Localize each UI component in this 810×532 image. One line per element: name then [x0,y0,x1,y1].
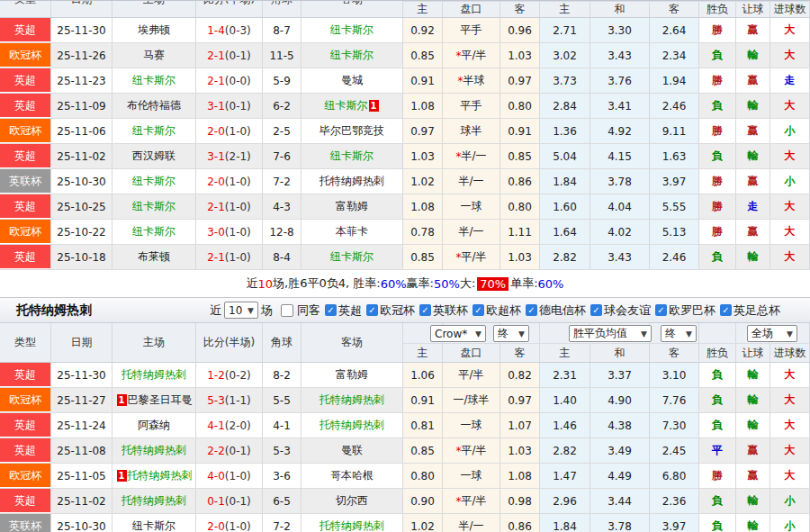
table-row: 英超25-11-23纽卡斯尔2-1(0-0)5-9曼城0.91*半球0.973.… [0,68,810,94]
corners: 11-5 [263,43,302,68]
asia-handicap: 一/球半 [443,388,500,412]
home-team[interactable]: 纽卡斯尔 [112,169,196,194]
away-team[interactable]: 毕尔巴鄂竞技 [302,119,403,143]
home-team[interactable]: 1托特纳姆热刺 [112,464,196,488]
match-date: 25-11-27 [51,388,112,412]
league-checkbox[interactable]: ✓ [419,304,431,316]
result: 勝 [699,169,736,194]
handicap-result: 贏 [736,169,770,194]
league-checkbox[interactable]: ✓ [472,304,484,316]
odds-select-row: Crow*▼终▼胜平负均值▼终▼全场▼ [403,324,810,343]
euro-draw-odds: 3.78 [590,169,650,194]
home-team[interactable]: 布莱顿 [112,245,196,269]
odds-provider-select[interactable]: Crow*▼ [430,325,486,342]
corners: 8-2 [263,363,302,387]
away-team[interactable]: 切尔西 [302,489,403,513]
score: 2-0(1-0) [196,119,263,143]
home-team[interactable]: 纽卡斯尔 [112,119,196,143]
home-team[interactable]: 布伦特福德 [112,94,196,118]
away-team[interactable]: 托特纳姆热刺 [302,413,403,437]
chevron-down-icon: ▼ [248,306,254,315]
match-date: 25-11-06 [51,119,112,143]
goals-result: 小 [770,119,810,143]
goals-result: 大 [770,245,810,269]
home-team[interactable]: 西汉姆联 [112,144,196,168]
euro-average-select[interactable]: 胜平负均值▼ [569,325,652,342]
same-away-checkbox[interactable] [281,304,293,317]
away-team[interactable]: 纽卡斯尔1 [302,94,403,118]
away-team[interactable]: 哥本哈根 [302,464,403,488]
match-date: 25-10-30 [51,169,112,194]
league-checkbox[interactable]: ✓ [526,304,537,316]
home-team[interactable]: 纽卡斯尔 [112,220,196,244]
column-header: 角球 [263,1,302,17]
team-name: 毕尔巴鄂竞技 [320,123,384,139]
league-checkbox[interactable]: ✓ [590,304,602,316]
euro-away-odds: 7.76 [650,388,699,412]
match-date: 25-11-05 [51,464,112,488]
home-team[interactable]: 1巴黎圣日耳曼 [112,388,196,412]
home-team[interactable]: 纽卡斯尔 [112,194,196,219]
asia-handicap: 平/半 [443,363,500,387]
league-checkbox[interactable]: ✓ [720,304,732,316]
league-checkbox[interactable]: ✓ [366,304,378,316]
scope-select[interactable]: 全场▼ [747,325,797,342]
goals-result: 大 [770,464,810,488]
asia-stage-select[interactable]: 终▼ [493,325,529,342]
home-team[interactable]: 马赛 [112,43,196,68]
away-team[interactable]: 富勒姆 [302,363,403,387]
handicap-result: 贏 [736,119,770,143]
table-row: 英超25-11-02西汉姆联3-1(2-1)7-6纽卡斯尔1.03*半/一0.8… [0,144,810,169]
asia-handicap: *半/一 [443,144,500,168]
team-name: 曼联 [341,443,363,458]
away-team[interactable]: 本菲卡 [302,220,403,244]
corners: 8-7 [263,18,302,42]
column-header: 客 [500,344,540,362]
euro-home-odds: 2.82 [540,438,590,463]
handicap-result: 輸 [736,413,770,437]
euro-draw-odds: 4.15 [590,144,650,168]
home-team[interactable]: 托特纳姆热刺 [112,363,196,387]
table1-header: 类型日期主场比分(半场)角球客场主盘口客主和客胜负让球进球数 [0,1,810,18]
home-team[interactable]: 托特纳姆热刺 [112,489,196,513]
score: 2-1(0-0) [196,68,263,93]
home-team[interactable]: 托特纳姆热刺 [112,438,196,463]
asia-away-odds: 1.03 [500,43,540,68]
away-team[interactable]: 纽卡斯尔 [302,144,403,168]
home-team[interactable]: 纽卡斯尔 [112,514,196,532]
summary-text: 50% [434,277,460,291]
league-checkbox[interactable]: ✓ [655,304,667,316]
team-name: 纽卡斯尔 [330,249,374,265]
asia-away-odds: 1.03 [500,438,540,463]
away-team[interactable]: 纽卡斯尔 [302,18,403,42]
away-team[interactable]: 托特纳姆热刺 [302,514,403,532]
handicap-result: 贏 [736,18,770,42]
team-name: 托特纳姆热刺 [320,518,384,532]
match-date: 25-11-24 [51,413,112,437]
league-badge: 英超 [0,438,51,463]
away-team[interactable]: 曼联 [302,438,403,463]
away-team[interactable]: 托特纳姆热刺 [302,388,403,412]
home-team[interactable]: 阿森纳 [112,413,196,437]
away-team[interactable]: 纽卡斯尔 [302,245,403,269]
league-checkbox[interactable]: ✓ [325,304,337,316]
score: 2-0(1-0) [196,514,263,532]
games-count-select[interactable]: 10▼ [224,302,258,319]
euro-stage-select[interactable]: 终▼ [661,325,697,342]
asia-home-odds: 0.90 [403,489,443,513]
away-team[interactable]: 富勒姆 [302,194,403,219]
asia-home-odds: 0.80 [403,464,443,488]
away-team[interactable]: 曼城 [302,68,403,93]
result: 負 [699,144,736,168]
league-badge: 英联杯 [0,169,51,194]
table-row: 欧冠杯25-11-26马赛2-1(0-1)11-5纽卡斯尔0.85*平/半1.0… [0,43,810,68]
home-team[interactable]: 埃弗顿 [112,18,196,42]
result: 負 [699,388,736,412]
away-team[interactable]: 纽卡斯尔 [302,43,403,68]
euro-home-odds: 2.82 [540,245,590,269]
home-team[interactable]: 纽卡斯尔 [112,68,196,93]
team-name: 本菲卡 [336,224,368,239]
euro-draw-odds: 3.78 [590,514,650,532]
league-badge: 英超 [0,144,51,168]
away-team[interactable]: 托特纳姆热刺 [302,169,403,194]
